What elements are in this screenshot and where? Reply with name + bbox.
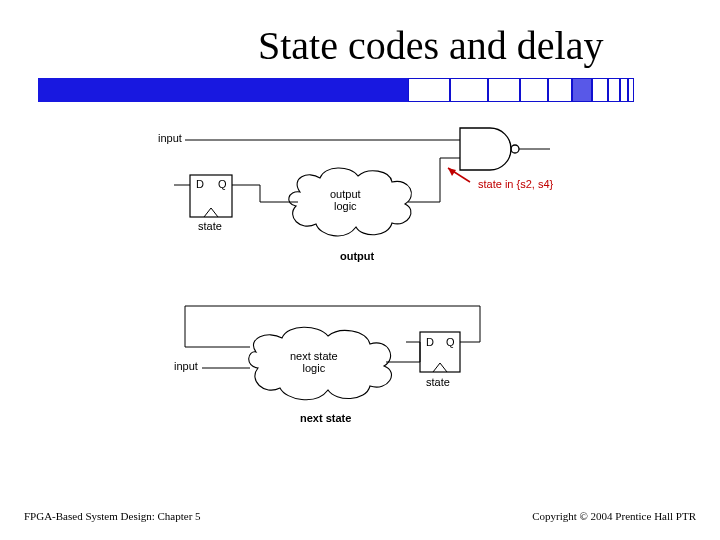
next-state-caption: next state [300, 412, 351, 424]
bar-box [628, 78, 634, 102]
cloud-label: output logic [330, 188, 361, 212]
ff-caption: state [426, 376, 450, 388]
diagram-svg [130, 120, 590, 470]
bar-box [608, 78, 620, 102]
footer-right: Copyright © 2004 Prentice Hall PTR [532, 510, 696, 522]
bar-box [592, 78, 608, 102]
diagram-area: input D Q state output logic output stat… [130, 120, 590, 470]
bar-box [572, 78, 592, 102]
cloud-label: next state logic [290, 350, 338, 374]
ff-d-label: D [196, 178, 204, 190]
input-label: input [174, 360, 198, 372]
bar-box [450, 78, 488, 102]
input-label: input [158, 132, 182, 144]
ff-caption: state [198, 220, 222, 232]
decorative-bar [38, 78, 638, 102]
ff-q-label: Q [218, 178, 227, 190]
svg-point-1 [511, 145, 519, 153]
bar-box [520, 78, 548, 102]
state-annotation: state in {s2, s4} [478, 178, 553, 190]
ff-q-label: Q [446, 336, 455, 348]
ff-d-label: D [426, 336, 434, 348]
bar-box [620, 78, 628, 102]
bar-box [408, 78, 450, 102]
footer-left: FPGA-Based System Design: Chapter 5 [24, 510, 201, 522]
bar-solid [38, 78, 408, 102]
bar-box [488, 78, 520, 102]
output-caption: output [340, 250, 374, 262]
page-title: State codes and delay [258, 22, 603, 69]
bar-box [548, 78, 572, 102]
